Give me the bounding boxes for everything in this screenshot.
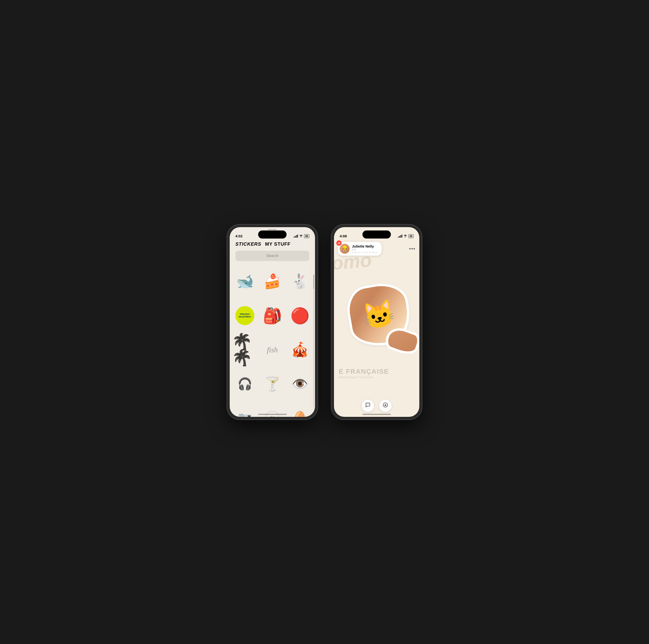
profile-name: Juliette Nelly xyxy=(352,244,378,248)
search-bar[interactable]: Search xyxy=(235,251,309,261)
phone-2: 4:08 88 omo xyxy=(332,225,422,419)
signal-bar2-1 xyxy=(398,237,399,238)
signal-bar-1 xyxy=(294,237,294,238)
battery-1: 88 xyxy=(304,234,309,238)
sticker-grid: 🐋 🍰 🐇 PREVENTWILDFIRES! 🎒 xyxy=(230,265,315,417)
sticker-palms[interactable]: 🌴🌴 xyxy=(231,333,258,366)
sticker-frisbee[interactable]: PREVENTWILDFIRES! xyxy=(231,299,258,332)
sticker-eye[interactable]: 👁️ xyxy=(287,367,313,401)
dynamic-island-1 xyxy=(258,231,287,239)
cat-sticker-container: 🐱 xyxy=(346,270,412,360)
download-button[interactable] xyxy=(379,399,392,412)
signal-bars-1 xyxy=(294,235,298,238)
wifi-icon-1 xyxy=(299,235,303,238)
wifi-icon-2 xyxy=(403,235,407,238)
time-2: 4:08 xyxy=(340,234,347,238)
francaise-line1: E FRANÇAISE xyxy=(339,368,419,375)
signal-bar-4 xyxy=(297,235,298,238)
phone2-screen: 4:08 88 omo xyxy=(334,227,419,417)
cake-emoji: 🍰 xyxy=(264,274,282,289)
cat-emoji: 🐱 xyxy=(360,297,397,333)
sticker-whale[interactable]: 🐋 xyxy=(231,265,258,298)
comment-button[interactable] xyxy=(361,399,374,412)
avatar-icon: 👷 xyxy=(342,246,348,252)
scroll-thumb-1 xyxy=(313,275,314,289)
sticker-cake[interactable]: 🍰 xyxy=(259,265,286,298)
avatar: 👷 xyxy=(340,244,350,254)
stickers-tabs: STICKERS MY STUFF xyxy=(235,241,309,247)
sticker-gumball-machine[interactable]: 🎪 xyxy=(287,333,313,366)
scroll-indicator-1 xyxy=(313,275,314,407)
gumball-emoji: 🔴 xyxy=(290,308,310,323)
dynamic-island-2 xyxy=(362,231,391,239)
sticker-airpods[interactable]: 🎧 xyxy=(231,367,258,401)
battery-2: 88 xyxy=(408,234,414,238)
status-icons-2: 88 xyxy=(398,234,414,238)
msg-profile[interactable]: 10 👷 Juliette Nelly 1 0 MADE BY JULIETTE… xyxy=(338,242,382,255)
eye-emoji: 👁️ xyxy=(292,377,308,391)
eggs-emoji: 🥚 xyxy=(292,412,308,417)
scene: 4:02 88 STICKERS xyxy=(218,215,431,429)
frisbee-text: PREVENTWILDFIRES! xyxy=(239,313,251,318)
download-icon xyxy=(383,402,388,409)
sticker-eggs[interactable]: 🥚 xyxy=(287,401,313,417)
time-1: 4:02 xyxy=(235,234,243,238)
signal-bar-3 xyxy=(296,235,297,238)
francaise-line2: République Française xyxy=(339,375,419,379)
home-indicator-1 xyxy=(258,414,287,415)
whale-emoji: 🐋 xyxy=(236,274,254,289)
x-icon: ✕ xyxy=(270,415,274,417)
sticker-fish-text[interactable]: fish xyxy=(259,333,286,366)
fish-text-label: fish xyxy=(267,346,278,354)
msg-name-block: Juliette Nelly 1 0 MADE BY JULIETTE NELL… xyxy=(352,244,378,253)
msg-header: 10 👷 Juliette Nelly 1 0 MADE BY JULIETTE… xyxy=(334,240,419,257)
search-placeholder: Search xyxy=(266,254,278,258)
signal-bar2-3 xyxy=(400,235,401,238)
comment-icon xyxy=(365,402,371,409)
home-indicator-2 xyxy=(362,414,391,415)
palm-emoji: 🌴🌴 xyxy=(231,333,258,366)
airpods-emoji: 🎧 xyxy=(237,378,252,390)
cat-sticker-wrapper: 🐱 xyxy=(351,286,407,343)
sticker-rabbit[interactable]: 🐇 xyxy=(287,265,313,298)
backpack-emoji: 🎒 xyxy=(263,308,282,323)
bottom-actions xyxy=(334,399,419,412)
sticker-shaker[interactable]: 🍸 xyxy=(259,367,286,401)
notification-badge: 10 xyxy=(336,240,342,246)
sticker-backpack[interactable]: 🎒 xyxy=(259,299,286,332)
tab-mystuff[interactable]: MY STUFF xyxy=(265,241,291,247)
shaker-emoji: 🍸 xyxy=(264,377,280,391)
sticker-camera[interactable]: 📷 xyxy=(231,401,258,417)
status-icons-1: 88 xyxy=(294,234,309,238)
signal-bar-2 xyxy=(295,236,296,238)
camera-emoji: 📷 xyxy=(237,412,252,417)
bg-text-francaise: E FRANÇAISE République Française xyxy=(334,368,419,379)
sticker-gumball[interactable]: 🔴 xyxy=(287,299,313,332)
tab-stickers[interactable]: STICKERS xyxy=(235,241,261,247)
phone-1: 4:02 88 STICKERS xyxy=(227,225,317,419)
frisbee-circle: PREVENTWILDFIRES! xyxy=(235,306,254,325)
signal-bars-2 xyxy=(398,235,402,238)
rabbit-emoji: 🐇 xyxy=(291,274,309,289)
profile-subtitle: 1 0 MADE BY JULIETTE NELLY xyxy=(352,248,378,253)
gumball-machine-emoji: 🎪 xyxy=(291,343,309,357)
signal-bar2-2 xyxy=(399,236,400,238)
signal-bar2-4 xyxy=(401,235,402,238)
more-button[interactable]: ••• xyxy=(409,246,416,251)
phone1-screen: 4:02 88 STICKERS xyxy=(230,227,315,417)
